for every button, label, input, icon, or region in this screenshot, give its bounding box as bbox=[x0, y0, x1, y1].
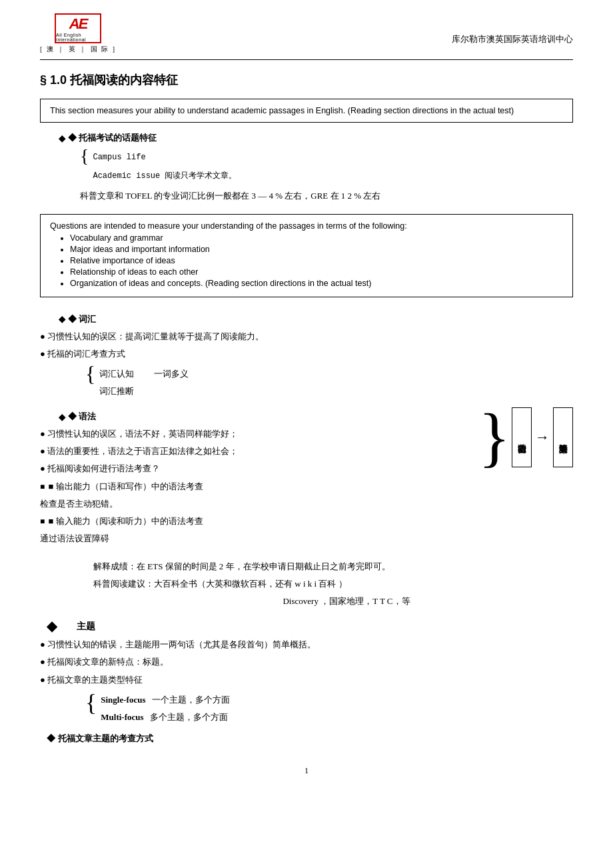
vocab-note: 科普文章和 TOFEL 的专业词汇比例一般都在 3 — 4 % 左右，GRE 在… bbox=[80, 189, 573, 203]
box-list-intro: Questions are intended to measure your u… bbox=[50, 221, 563, 231]
vocab-bullet2: ● 托福的词汇考查方式 bbox=[40, 347, 472, 361]
list-item-3: Relative importance of ideas bbox=[70, 256, 563, 265]
diamond-icon-vocab: ◆ bbox=[59, 314, 65, 324]
vocab-heading: ◆ ◆ 词汇 bbox=[59, 313, 472, 325]
theme-brace-group: { Single-focus 一个主题，多个方面 Multi-focus 多个主… bbox=[85, 690, 573, 727]
grammar-sub2: ■ ■ 输入能力（阅读和听力）中的语法考查 bbox=[40, 514, 472, 529]
campus-content: Campus life Academic issue 阅读只考学术文章。 bbox=[93, 148, 237, 186]
diamond-icon-theme: ◆ bbox=[47, 618, 57, 634]
extra-line2: 科普阅读建议：大百科全书（大英和微软百科，还有 w i k i 百科 ） bbox=[93, 577, 573, 591]
theme-heading: 主题 bbox=[77, 618, 95, 635]
extra-line3: Discovery ，国家地理，T T C，等 bbox=[120, 594, 573, 609]
academic-issue: Academic issue 阅读只考学术文章。 bbox=[93, 169, 237, 183]
grammar-sub1: ■ ■ 输出能力（口语和写作）中的语法考查 bbox=[40, 479, 472, 494]
brace-icon-theme: { bbox=[85, 693, 97, 713]
bullet-circle-g1: ● bbox=[40, 429, 47, 439]
box-list-items: Vocabulary and grammar Major ideas and i… bbox=[70, 233, 563, 288]
vocab-content-left: ◆ ◆ 词汇 ● 习惯性认知的误区：提高词汇量就等于提高了阅读能力。 ● 托福的… bbox=[40, 307, 472, 549]
logo-area: AE All English International [ 澳 ｜ 英 ｜ 国… bbox=[40, 13, 116, 54]
sidebar-box-language: 语言能力的基础 bbox=[512, 407, 532, 467]
info-box-1-text: This section measures your ability to un… bbox=[50, 106, 514, 115]
theme-bullet4: ◆ 托福文章主题的考查方式 bbox=[47, 731, 573, 746]
grammar-heading: ◆ ◆ 语法 bbox=[59, 411, 472, 423]
extra-line1: 解释成绩：在 ETS 保留的时间是 2 年，在学校申请日期截止日之前考完即可。 bbox=[93, 559, 573, 574]
brace-icon-vocab: { bbox=[85, 365, 95, 383]
theme-bullet3: ● 托福文章的主题类型特征 bbox=[40, 673, 573, 687]
page-title: § 1.0 托福阅读的内容特征 bbox=[40, 72, 573, 88]
page-header: AE All English International [ 澳 ｜ 英 ｜ 国… bbox=[40, 13, 573, 60]
grammar-sub1b: 检查是否主动犯错。 bbox=[40, 497, 472, 511]
theme-brace-row2: Multi-focus 多个主题，多个方面 bbox=[101, 710, 230, 725]
square-bullet-1: ■ bbox=[40, 482, 45, 491]
theme-bullet2: ● 托福阅读文章的新特点：标题。 bbox=[40, 655, 573, 669]
theme-heading-row: ◆ 主题 bbox=[40, 618, 573, 635]
center-name: 库尔勒市澳英国际英语培训中心 bbox=[452, 33, 573, 45]
vocab-brace-row2: 词汇推断 bbox=[99, 384, 188, 399]
list-item-2: Major ideas and important information bbox=[70, 245, 563, 254]
list-item-1: Vocabulary and grammar bbox=[70, 233, 563, 243]
vocab-brace-row1: 词汇认知 一词多义 bbox=[99, 367, 188, 381]
theme-bullet1: ● 习惯性认知的错误，主题能用一两句话（尤其是各段首句）简单概括。 bbox=[40, 637, 573, 652]
arrow-right-icon: → bbox=[535, 429, 550, 446]
bullet-circle-t3: ● bbox=[40, 675, 47, 685]
page-number: 1 bbox=[40, 766, 573, 776]
bullet-circle-g2: ● bbox=[40, 446, 47, 456]
logo-bracket: [ 澳 ｜ 英 ｜ 国 际 ] bbox=[40, 45, 116, 54]
grammar-sub2b: 通过语法设置障碍 bbox=[40, 531, 472, 546]
square-bullet-2: ■ bbox=[40, 517, 45, 526]
topics-group: { Campus life Academic issue 阅读只考学术文章。 科… bbox=[80, 148, 573, 203]
bullet-circle-2: ● bbox=[40, 349, 47, 359]
campus-academic-group: { Campus life Academic issue 阅读只考学术文章。 bbox=[80, 148, 573, 186]
vocab-brace-content: 词汇认知 一词多义 词汇推断 bbox=[99, 364, 188, 401]
extra-section: 解释成绩：在 ETS 保留的时间是 2 年，在学校申请日期截止日之前考完即可。 … bbox=[93, 559, 573, 609]
info-box-1: This section measures your ability to un… bbox=[40, 99, 573, 123]
vocab-grammar-container: ◆ ◆ 词汇 ● 习惯性认知的误区：提高词汇量就等于提高了阅读能力。 ● 托福的… bbox=[40, 307, 573, 549]
bullet-circle-t1: ● bbox=[40, 639, 47, 649]
large-brace-icon: } bbox=[478, 414, 510, 461]
logo-ae-text: AE bbox=[69, 15, 87, 33]
section1-heading: ◆ ◆ 托福考试的话题特征 bbox=[59, 132, 573, 144]
brace-icon-campus: { bbox=[80, 147, 89, 165]
right-sidebar: } 语言能力的基础 → 查看缺陷解决方案 bbox=[478, 407, 573, 467]
bullet-circle-g3: ● bbox=[40, 463, 47, 473]
vocab-bullet1: ● 习惯性认知的误区：提高词汇量就等于提高了阅读能力。 bbox=[40, 329, 472, 344]
grammar-bullet2: ● 语法的重要性，语法之于语言正如法律之如社会； bbox=[40, 444, 472, 459]
diamond-icon-1: ◆ bbox=[59, 133, 65, 143]
bullet-circle-1: ● bbox=[40, 331, 47, 341]
list-item-4: Relationship of ideas to each other bbox=[70, 267, 563, 277]
box-list: Questions are intended to measure your u… bbox=[40, 214, 573, 297]
campus-life: Campus life bbox=[93, 151, 237, 164]
grammar-bullet1: ● 习惯性认知的误区，语法不好，英语同样能学好； bbox=[40, 427, 472, 441]
bullet-circle-t2: ● bbox=[40, 657, 47, 667]
logo-en-text: All English International bbox=[56, 33, 100, 42]
grammar-bullet3: ● 托福阅读如何进行语法考查？ bbox=[40, 461, 472, 476]
logo-box: AE All English International bbox=[55, 13, 101, 43]
theme-brace-content: Single-focus 一个主题，多个方面 Multi-focus 多个主题，… bbox=[101, 690, 230, 727]
theme-section: ◆ 主题 ● 习惯性认知的错误，主题能用一两句话（尤其是各段首句）简单概括。 ●… bbox=[40, 618, 573, 746]
theme-brace-row1: Single-focus 一个主题，多个方面 bbox=[101, 693, 230, 707]
sidebar-box-solution: 查看缺陷解决方案 bbox=[553, 407, 573, 467]
diamond-icon-grammar: ◆ bbox=[59, 412, 65, 422]
vocab-brace-group: { 词汇认知 一词多义 词汇推断 bbox=[85, 364, 472, 401]
list-item-5: Organization of ideas and concepts. (Rea… bbox=[70, 279, 563, 288]
